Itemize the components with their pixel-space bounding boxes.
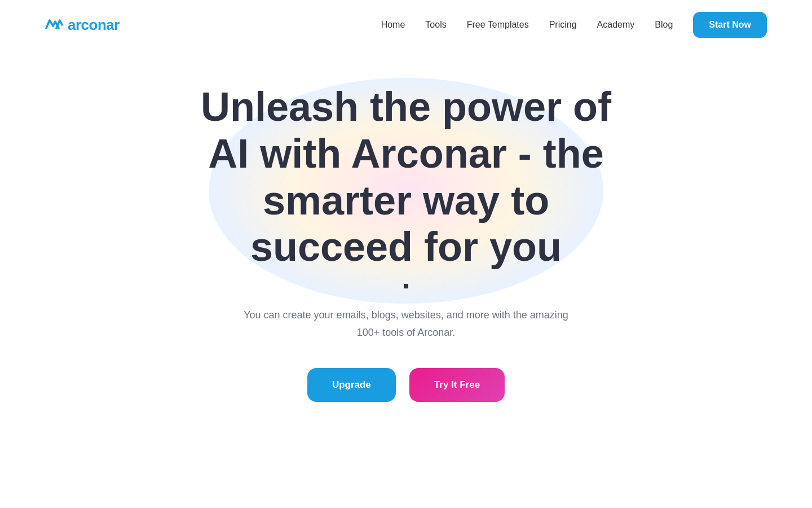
hero-title: Unleash the power of AI with Arconar - t… (180, 84, 632, 270)
logo[interactable]: arconar (45, 16, 120, 34)
logo-icon (45, 16, 63, 34)
hero-subtitle: You can create your emails, blogs, websi… (237, 306, 575, 341)
hero-cta-group: Upgrade Try It Free (307, 368, 505, 402)
nav-item-academy[interactable]: Academy (597, 20, 635, 30)
main-nav: Home Tools Free Templates Pricing Academ… (381, 12, 767, 38)
logo-text: arconar (68, 16, 120, 34)
nav-item-home[interactable]: Home (381, 20, 405, 30)
header: arconar Home Tools Free Templates Pricin… (0, 0, 812, 50)
nav-item-pricing[interactable]: Pricing (549, 20, 577, 30)
nav-item-blog[interactable]: Blog (655, 20, 673, 30)
hero-dot-decoration (404, 284, 408, 288)
hero-section: Unleash the power of AI with Arconar - t… (0, 50, 812, 402)
try-free-button[interactable]: Try It Free (409, 368, 505, 402)
nav-item-free-templates[interactable]: Free Templates (467, 20, 529, 30)
nav-item-tools[interactable]: Tools (425, 20, 446, 30)
start-now-button[interactable]: Start Now (693, 12, 767, 38)
upgrade-button[interactable]: Upgrade (307, 368, 396, 402)
